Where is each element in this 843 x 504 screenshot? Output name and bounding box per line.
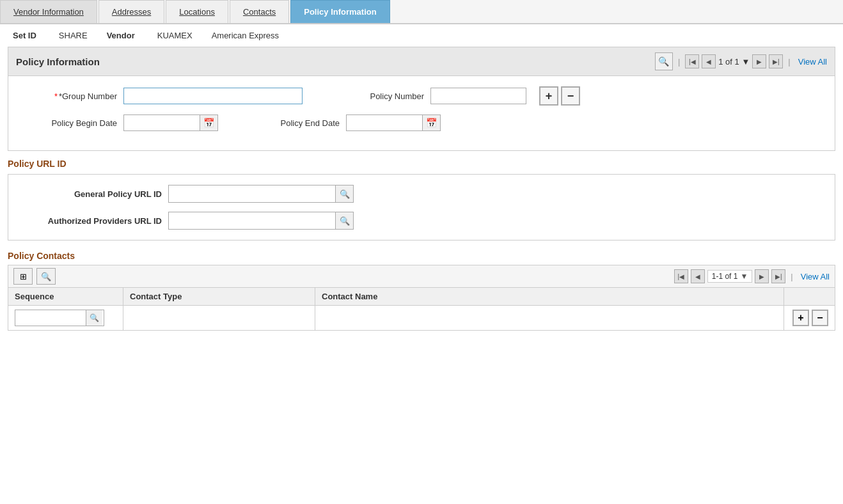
search-icon-seq: 🔍: [90, 313, 99, 322]
contacts-last-button[interactable]: ▶|: [771, 269, 785, 283]
authorized-url-input-wrapper: 🔍: [168, 212, 354, 230]
section-header: Policy Information 🔍 | |◀ ◀ 1 of 1 ▼ ▶ ▶…: [8, 47, 835, 76]
section-header-controls: 🔍 | |◀ ◀ 1 of 1 ▼ ▶ ▶| | View All: [655, 52, 827, 70]
first-icon: |◀: [689, 58, 696, 65]
first-page-button[interactable]: |◀: [685, 54, 699, 68]
authorized-url-input[interactable]: [169, 212, 335, 229]
page-indicator: 1 of 1 ▼: [718, 57, 750, 67]
group-number-input[interactable]: [123, 88, 303, 104]
authorized-url-search-button[interactable]: 🔍: [335, 212, 353, 229]
add-row-button[interactable]: +: [792, 310, 809, 326]
tab-bar: Vendor Information Addresses Locations C…: [0, 0, 843, 24]
policy-end-date-input[interactable]: [346, 114, 423, 131]
section-title: Policy Information: [16, 56, 100, 67]
contacts-toolbar: ⊞ 🔍 |◀ ◀ 1-1 of 1 ▼ ▶ ▶| | Vie: [8, 265, 835, 287]
row-add-remove-buttons: + −: [791, 310, 828, 326]
contacts-dropdown-arrow[interactable]: ▼: [740, 272, 748, 281]
search-icon: 🔍: [658, 56, 669, 67]
remove-policy-button[interactable]: −: [561, 86, 580, 106]
general-url-input-wrapper: 🔍: [168, 185, 354, 203]
col-sequence: Sequence: [8, 288, 123, 306]
remove-row-button[interactable]: −: [812, 310, 828, 326]
pag-separator-1: |: [678, 57, 680, 67]
contacts-view-all-link[interactable]: View All: [801, 272, 830, 281]
contacts-pag-separator: |: [791, 272, 792, 281]
tab-addresses[interactable]: Addresses: [98, 0, 164, 23]
view-all-link[interactable]: View All: [798, 57, 827, 67]
col-actions: [784, 288, 835, 306]
col-contact-name: Contact Name: [315, 288, 784, 306]
sequence-search-button[interactable]: 🔍: [86, 310, 102, 326]
begin-date-calendar-button[interactable]: 📅: [200, 114, 218, 131]
tab-contacts[interactable]: Contacts: [230, 0, 289, 23]
tab-policy-information[interactable]: Policy Information: [290, 0, 390, 23]
vendor-label: Vendor: [107, 31, 135, 40]
contacts-next-icon: ▶: [759, 273, 764, 280]
policy-number-group: Policy Number: [341, 88, 526, 104]
policy-number-label: Policy Number: [341, 91, 430, 101]
policy-begin-date-label: Policy Begin Date: [21, 118, 123, 128]
search-icon-general: 🔍: [340, 189, 350, 199]
pag-separator-2: |: [788, 57, 790, 67]
contact-name-cell: [315, 306, 784, 331]
prev-page-button[interactable]: ◀: [702, 54, 716, 68]
prev-icon: ◀: [706, 58, 711, 65]
contacts-search-button[interactable]: 🔍: [36, 268, 56, 285]
end-date-calendar-button[interactable]: 📅: [423, 114, 441, 131]
search-icon-contacts: 🔍: [41, 272, 51, 281]
pagination-dropdown-arrow[interactable]: ▼: [741, 57, 750, 67]
policy-end-date-label: Policy End Date: [256, 118, 346, 128]
tab-locations[interactable]: Locations: [166, 0, 228, 23]
authorized-url-row: Authorized Providers URL ID 🔍: [21, 212, 822, 230]
sequence-cell: 🔍: [8, 306, 123, 331]
policy-dates-row: Policy Begin Date 📅 Policy End Date 📅: [21, 114, 822, 131]
contacts-table-header-row: Sequence Contact Type Contact Name: [8, 288, 835, 306]
policy-url-id-box: General Policy URL ID 🔍 Authorized Provi…: [8, 174, 835, 240]
group-number-label: *Group Number: [21, 91, 123, 101]
sequence-input[interactable]: [15, 310, 86, 326]
general-url-input[interactable]: [169, 185, 335, 202]
next-page-button[interactable]: ▶: [752, 54, 766, 68]
vendor-value: KUAMEX: [157, 31, 193, 40]
grid-view-button[interactable]: ⊞: [13, 268, 33, 285]
policy-contacts-title: Policy Contacts: [8, 251, 835, 261]
contacts-last-icon: ▶|: [775, 273, 782, 280]
next-icon: ▶: [757, 58, 762, 65]
contacts-pagination: |◀ ◀ 1-1 of 1 ▼ ▶ ▶| | View All: [674, 269, 830, 283]
contacts-toolbar-left: ⊞ 🔍: [13, 268, 56, 285]
search-icon-authorized: 🔍: [340, 216, 350, 226]
policy-search-button[interactable]: 🔍: [655, 52, 673, 70]
policy-number-input[interactable]: [430, 88, 526, 104]
general-url-row: General Policy URL ID 🔍: [21, 185, 822, 203]
policy-information-panel: Policy Information 🔍 | |◀ ◀ 1 of 1 ▼ ▶ ▶…: [8, 47, 835, 151]
col-contact-type: Contact Type: [123, 288, 315, 306]
policy-contacts-section: Policy Contacts ⊞ 🔍 |◀ ◀ 1-1 of 1 ▼ ▶: [8, 251, 835, 331]
authorized-url-label: Authorized Providers URL ID: [21, 216, 168, 226]
policy-begin-date-input[interactable]: [123, 114, 200, 131]
general-url-search-button[interactable]: 🔍: [335, 185, 353, 202]
set-id-label: Set ID: [13, 31, 36, 40]
vendor-name-value: American Express: [212, 31, 279, 40]
tab-vendor-information[interactable]: Vendor Information: [0, 0, 97, 23]
contacts-first-button[interactable]: |◀: [674, 269, 688, 283]
last-page-button[interactable]: ▶|: [769, 54, 783, 68]
contacts-prev-icon: ◀: [695, 273, 700, 280]
grid-icon: ⊞: [20, 272, 27, 281]
calendar-icon-begin: 📅: [203, 118, 214, 128]
contacts-prev-button[interactable]: ◀: [691, 269, 705, 283]
calendar-icon-end: 📅: [426, 118, 437, 128]
add-policy-button[interactable]: +: [539, 86, 558, 106]
policy-add-remove-buttons: + −: [539, 86, 580, 106]
policy-form: *Group Number Policy Number + − Policy B…: [8, 76, 835, 150]
contact-type-cell: [123, 306, 315, 331]
last-icon: ▶|: [773, 58, 780, 65]
group-number-row: *Group Number Policy Number + −: [21, 86, 822, 106]
sequence-input-wrapper: 🔍: [15, 310, 104, 326]
contacts-next-button[interactable]: ▶: [755, 269, 769, 283]
general-url-label: General Policy URL ID: [21, 189, 168, 199]
policy-url-id-title: Policy URL ID: [8, 159, 835, 169]
table-row: 🔍 + −: [8, 306, 835, 331]
row-actions-cell: + −: [784, 306, 835, 331]
contacts-page-indicator: 1-1 of 1 ▼: [707, 270, 753, 283]
info-row: Set ID SHARE Vendor KUAMEX American Expr…: [0, 24, 843, 47]
